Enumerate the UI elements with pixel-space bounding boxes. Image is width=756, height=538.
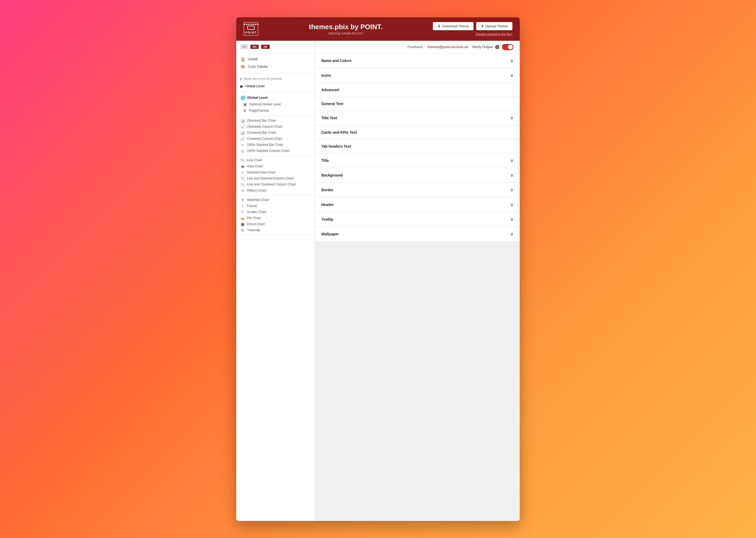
- logo-dot: [255, 24, 256, 25]
- sidebar-item-optional-global[interactable]: ▣ Optional Global Level: [242, 101, 310, 107]
- advanced-label: Advanced: [321, 88, 339, 92]
- logo-square: [247, 26, 255, 30]
- hint-text: Hover the icons for preview: [244, 77, 282, 81]
- feedback-bar: Feedback: themes@point-services.de Minif…: [315, 41, 520, 54]
- accordion-advanced-header[interactable]: Advanced: [315, 83, 520, 97]
- chart-item-clustered-bar[interactable]: 📊 Clustered Bar Chart: [240, 130, 310, 136]
- feedback-email[interactable]: themes@point-services.de: [428, 45, 468, 49]
- chart-item-donut[interactable]: ⬤ Donut Chart: [240, 221, 310, 227]
- accordion-border-header[interactable]: Border ∨: [315, 183, 520, 197]
- lang-de-button[interactable]: DE: [261, 45, 269, 49]
- sidebar-hint-section: i Hover the icons for preview ▶ Global L…: [236, 73, 315, 92]
- global-level-group: 🌐 Global Level ▣ Optional Global Level 🖥…: [236, 92, 315, 116]
- waterfall-label: Waterfall Chart: [247, 198, 269, 202]
- tooltip-chevron: ∨: [510, 217, 513, 222]
- clustered-bar-label: Clustered Bar Chart: [247, 131, 276, 134]
- general-text-label: General Text: [321, 102, 343, 106]
- donut-label: Donut Chart: [247, 222, 264, 226]
- funnel-icon: ▽: [240, 204, 245, 208]
- chart-item-funnel[interactable]: ▽ Funnel: [240, 203, 310, 209]
- globe-icon: 🌐: [240, 96, 245, 100]
- chart-item-stacked-area[interactable]: ∧ Stacked Area Chart: [240, 169, 310, 176]
- global-level-nav[interactable]: ▶ Global Level: [240, 82, 310, 90]
- lang-en-button[interactable]: EN: [251, 45, 259, 49]
- header: POINT themes.pbix by POINT. „theming out…: [236, 17, 520, 41]
- minify-label: Minify Output: [472, 45, 493, 49]
- lang-indicator: AB: [240, 44, 248, 49]
- toggle-knob: [508, 45, 513, 49]
- accordion-tooltip-header[interactable]: Tooltip ∨: [315, 212, 520, 227]
- tooltip-label: Tooltip: [321, 217, 333, 221]
- line-icon: 📉: [240, 158, 245, 162]
- accordion-cards-kpis-header[interactable]: Cards and KPIs Text: [315, 126, 520, 139]
- title-label: Title: [321, 158, 329, 163]
- page-canvas-label: Page/Canvas: [249, 109, 269, 112]
- hint-row: i Hover the icons for preview: [240, 76, 310, 82]
- upload-icon: ⬆: [481, 24, 484, 28]
- name-colors-chevron: ∨: [510, 58, 513, 63]
- accordion-title-text-header[interactable]: Title Text ∨: [315, 111, 520, 125]
- chart-item-scatter[interactable]: ⠿ Scatter Chart: [240, 209, 310, 215]
- ribbon-icon: ≋: [240, 188, 245, 192]
- accordion-border: Border ∨: [315, 183, 520, 197]
- accordion-wallpaper-header[interactable]: Wallpaper ∨: [315, 227, 520, 242]
- sidebar-lang-row: AB EN DE: [236, 41, 315, 53]
- scatter-icon: ⠿: [240, 210, 245, 214]
- chart-item-stacked-column[interactable]: 📈 (Stacked) Column Chart: [240, 124, 310, 130]
- sidebar-item-home[interactable]: 🏠 HOME: [240, 56, 310, 63]
- chart-item-line[interactable]: 📉 Line Chart: [240, 157, 310, 163]
- logo-area: POINT: [244, 22, 258, 36]
- icons-chevron: ∨: [510, 73, 513, 78]
- sidebar: AB EN DE 🏠 HOME 🎨 Color Palette i: [236, 41, 315, 521]
- logo-dot: [253, 24, 254, 25]
- info-icon: i: [240, 77, 242, 81]
- color-palette-label: Color Palette: [248, 65, 267, 69]
- accordion-name-colors-header[interactable]: Name and Colors ∨: [315, 54, 520, 68]
- accordion-title-header[interactable]: Title ∨: [315, 153, 520, 168]
- chart-item-100-bar[interactable]: ≡ 100% Stacked Bar Chart: [240, 142, 310, 148]
- chart-item-pie[interactable]: 🥧 Pie Chart: [240, 215, 310, 221]
- accordion-title-text: Title Text ∨ Collapse All: [315, 111, 520, 126]
- chart-item-clustered-column[interactable]: 📈 Clustered Column Chart: [240, 136, 310, 142]
- ribbon-label: Ribbon Chart: [247, 188, 266, 192]
- background-chevron: ∨: [510, 173, 513, 178]
- scatter-label: Scatter Chart: [247, 210, 266, 214]
- header-title-area: themes.pbix by POINT. „theming outside t…: [309, 23, 382, 35]
- accordion-tab-headers-header[interactable]: Tab headers Text: [315, 139, 520, 153]
- chart-item-100-col[interactable]: ||| 100% Stacked Column Chart: [240, 148, 310, 154]
- 100-col-label: 100% Stacked Column Chart: [247, 149, 289, 153]
- upload-label: Upload Theme: [485, 24, 508, 28]
- download-theme-button[interactable]: ⬇ Download Theme: [433, 22, 474, 30]
- sidebar-item-color-palette[interactable]: 🎨 Color Palette: [240, 63, 310, 71]
- treemap-icon: ⊞: [240, 228, 245, 232]
- accordion-icons-header[interactable]: Icons ∨: [315, 68, 520, 83]
- lang-indicator-text: AB: [243, 45, 246, 48]
- chart-item-stacked-bar[interactable]: 📊 (Stacked) Bar Chart: [240, 118, 310, 124]
- chart-item-treemap[interactable]: ⊞ Treemap: [240, 227, 310, 233]
- logo-dot: [246, 24, 248, 25]
- sidebar-item-page-canvas[interactable]: 🖥 Page/Canvas: [242, 107, 310, 114]
- chart-item-area[interactable]: 🏔 Area Chart: [240, 163, 310, 169]
- minify-info-icon[interactable]: i: [495, 45, 499, 49]
- chart-item-ribbon[interactable]: ≋ Ribbon Chart: [240, 188, 310, 193]
- minify-toggle[interactable]: [502, 44, 513, 50]
- global-level-header[interactable]: 🌐 Global Level: [240, 94, 310, 101]
- border-label: Border: [321, 188, 333, 192]
- upload-theme-button[interactable]: ⬆ Upload Theme: [476, 22, 512, 30]
- trouble-link[interactable]: Trouble uploading the file?: [475, 32, 512, 36]
- chart-item-line-clustered-col[interactable]: 📉 Line and Clustered Column Chart: [240, 182, 310, 188]
- area-icon: 🏔: [240, 164, 245, 168]
- accordion-background-header[interactable]: Background ∨: [315, 168, 520, 183]
- waterfall-icon: ⬆: [240, 198, 245, 202]
- download-label: Download Theme: [442, 24, 469, 28]
- chart-group-bar-column: 📊 (Stacked) Bar Chart 📈 (Stacked) Column…: [236, 116, 315, 156]
- accordion-header-section-header[interactable]: Header ∨: [315, 197, 520, 212]
- 100-bar-label: 100% Stacked Bar Chart: [247, 143, 283, 146]
- accordion-general-text-header[interactable]: General Text: [315, 97, 520, 111]
- wallpaper-chevron: ∨: [510, 232, 513, 237]
- main-content: Feedback: themes@point-services.de Minif…: [315, 41, 520, 521]
- accordion-advanced: Advanced: [315, 83, 520, 97]
- icons-label: Icons: [321, 73, 331, 78]
- chart-item-waterfall[interactable]: ⬆ Waterfall Chart: [240, 197, 310, 203]
- chart-item-line-stacked-col[interactable]: 📉 Line and Stacked Column Chart: [240, 176, 310, 182]
